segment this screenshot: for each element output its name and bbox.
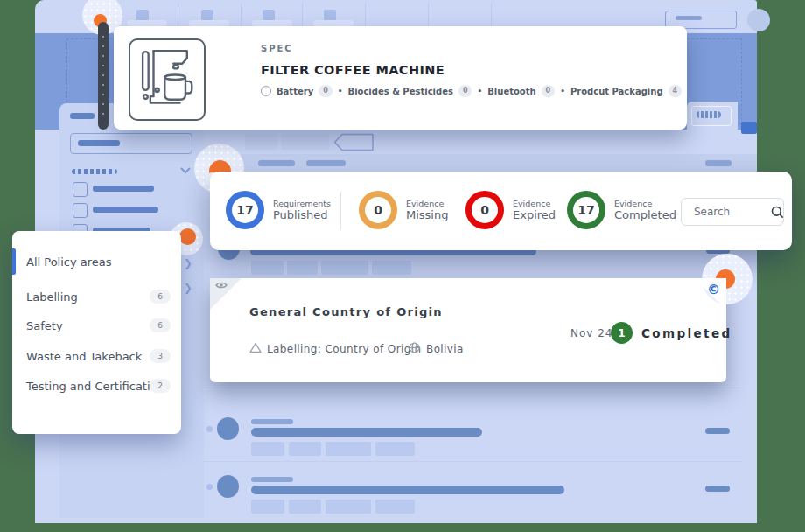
row-divider [204,461,742,462]
globe-icon [409,342,420,354]
tag-placeholder [289,442,321,456]
list-label-placeholder [93,206,158,213]
spec-tag[interactable]: Biocides & Pesticides [348,87,453,96]
warning-triangle-icon [249,342,262,354]
stat-label: Evidence [614,199,676,208]
search-icon[interactable] [771,206,783,219]
dot-separator: • [338,87,343,95]
evidence-count-badge: 1 [611,322,633,344]
dot-separator: • [477,87,482,95]
spec-tag[interactable]: Prodcut Packaging [570,87,663,96]
tag-placeholder [251,500,284,514]
stat-ring: 0 [466,191,504,229]
stat-label: Missing [406,208,448,222]
band-corner-panel [687,102,738,130]
avatar [217,417,239,440]
status-ring-icon [261,86,271,96]
stat-divider [340,192,341,230]
row-bullet [206,484,213,490]
country-label: Bolivia [426,343,464,355]
tag-placeholder [375,500,415,514]
back-tag-outline [333,133,374,151]
checkbox [73,203,88,218]
tab-label-placeholder [189,20,229,26]
policy-item-labelling[interactable]: Labelling 6 [12,285,181,308]
policy-item-label: Testing and Certification [26,380,164,393]
policy-area-label: Labelling: Country of Origin [267,343,421,355]
tag-placeholder [287,261,318,275]
policy-item-all[interactable]: All Policy areas [12,250,181,273]
search-input[interactable] [692,205,766,219]
spec-tag-count: 0 [542,85,556,97]
stat-evidence-missing: 0 Evidence Missing [359,191,448,229]
tag-placeholder [375,442,415,456]
evidence-count: 1 [618,327,625,340]
tag-placeholder [326,500,371,514]
row-eyebrow-placeholder [251,419,293,424]
avatar [747,9,770,32]
due-date: Nov 24 [570,327,613,340]
tag-placeholder [326,442,371,456]
spec-card-spine [98,22,108,130]
section-header-placeholder [72,169,117,174]
stat-label: Expired [513,208,556,222]
stat-label: Evidence [406,199,448,208]
stat-ring: 17 [567,191,606,229]
tab-label-placeholder [252,20,292,26]
stat-value: 17 [236,203,253,217]
spec-tag[interactable]: Bluetooth [487,87,536,96]
stat-label: Completed [614,208,676,222]
tag-placeholder [289,500,321,514]
policy-item-testing[interactable]: Testing and Certification 2 [12,374,181,397]
row-bullet [206,426,213,432]
policy-item-count: 6 [150,318,171,332]
coffee-machine-icon [140,48,194,111]
stat-evidence-expired: 0 Evidence Expired [466,191,556,229]
row-side-placeholder [705,428,730,434]
tab-label-placeholder [127,20,167,26]
stat-value: 0 [480,203,489,217]
stat-label: Requirements [273,199,331,208]
spec-eyebrow: SPEC [261,44,293,53]
policy-areas-panel: All Policy areas Labelling 6 Safety 6 Wa… [12,231,181,434]
logo-placeholder [70,113,94,119]
stat-value: 17 [578,203,594,217]
row-divider [204,388,742,388]
policy-item-label: Safety [26,319,63,332]
row-eyebrow-placeholder [251,477,293,482]
policy-item-count: 6 [150,290,171,304]
policy-item-label: All Policy areas [26,256,112,269]
row-title-placeholder [251,428,482,437]
tag-placeholder [321,261,368,275]
row-side-placeholder [705,486,730,492]
spec-tag-count: 0 [318,85,332,97]
eye-icon[interactable] [215,281,228,290]
tag-placeholder [372,261,411,275]
dot-separator: • [560,87,565,95]
decor-orange-blob [179,228,196,245]
row-title-placeholder [251,486,564,494]
stat-ring: 17 [226,191,264,229]
spec-title: FILTER COFFEE MACHINE [261,63,444,77]
stats-summary-card: 17 Requirements Published 0 Evidence Mis… [210,172,792,250]
chevron-down-icon [180,167,191,174]
spec-card[interactable]: SPEC FILTER COFFEE MACHINE Battery 0 • B… [114,26,687,130]
spec-tag-row: Battery 0 • Biocides & Pesticides 0 • Bl… [261,85,682,97]
list-label-placeholder [93,186,154,192]
tag-placeholder [251,442,284,456]
coffee-machine-illustration [129,38,206,121]
policy-item-count: 3 [150,349,171,363]
chevron-right-icon: ❯ [184,282,192,294]
stat-evidence-completed: 17 Evidence Completed [567,191,676,229]
status-label: Completed [641,326,732,340]
spec-tag[interactable]: Battery [276,87,313,96]
policy-item-waste[interactable]: Waste and Takeback 3 [12,345,181,368]
requirement-card[interactable]: General Country of Origin Labelling: Cou… [210,278,726,382]
stat-requirements-published: 17 Requirements Published [226,191,331,229]
toolbar-pill [245,134,277,150]
policy-item-safety[interactable]: Safety 6 [12,314,181,337]
search-field[interactable] [681,198,784,226]
page-background: ❯ ❯ SPEC FILTER COFF [0,0,805,532]
copy-badge-icon[interactable]: © [707,284,720,297]
policy-item-label: Waste and Takeback [26,350,142,363]
